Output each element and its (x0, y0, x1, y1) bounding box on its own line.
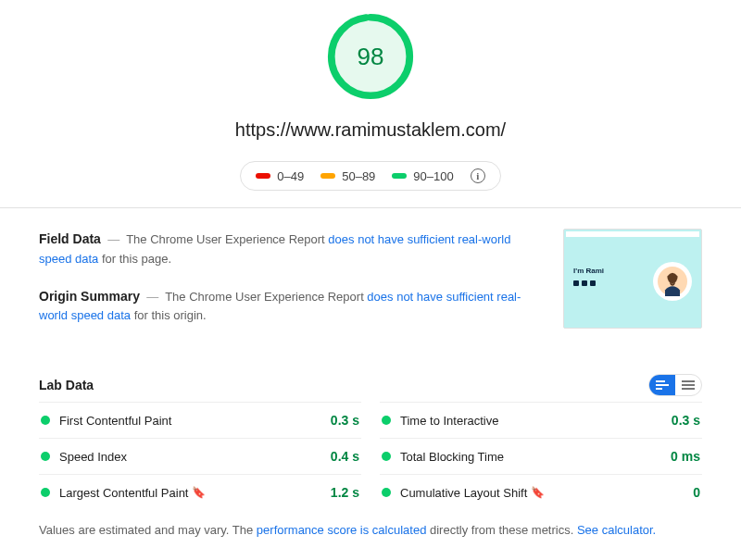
view-toggle[interactable] (648, 374, 702, 396)
svg-rect-9 (682, 388, 695, 390)
metric-row: Total Blocking Time0 ms (380, 438, 702, 474)
metric-row: Largest Contentful Paint🔖1.2 s (39, 474, 361, 510)
page-thumbnail: I'm Rami (563, 229, 702, 329)
legend-poor: 0–49 (256, 169, 304, 183)
metric-row: Cumulative Layout Shift🔖0 (380, 474, 702, 510)
status-dot-icon (382, 488, 391, 497)
status-dot-icon (41, 416, 50, 425)
metric-row: Speed Index0.4 s (39, 438, 361, 474)
status-dot-icon (41, 452, 50, 461)
field-data-label: Field Data (39, 231, 101, 246)
metric-value: 0.3 s (672, 413, 700, 428)
legend-needs-improvement: 50–89 (320, 169, 375, 183)
metric-value: 0 (693, 485, 700, 500)
metric-value: 0.4 s (331, 449, 359, 464)
view-toggle-expanded[interactable] (649, 375, 675, 395)
svg-rect-4 (656, 380, 665, 382)
field-data-section: Field Data — The Chrome User Experience … (39, 229, 545, 269)
metric-name: Total Blocking Time (400, 450, 661, 464)
status-dot-icon (382, 452, 391, 461)
page-url: https://www.ramimustaklem.com/ (0, 119, 741, 141)
svg-rect-5 (656, 384, 669, 386)
legend-good: 90–100 (392, 169, 453, 183)
status-dot-icon (41, 488, 50, 497)
metric-value: 1.2 s (331, 485, 359, 500)
metrics-col-right: Time to Interactive0.3 sTotal Blocking T… (380, 402, 702, 510)
metric-name: Largest Contentful Paint🔖 (59, 486, 321, 500)
score-legend: 0–49 50–89 90–100 i (240, 161, 500, 191)
metric-row: First Contentful Paint0.3 s (39, 402, 361, 438)
score-value: 98 (326, 12, 415, 101)
lab-footnote: Values are estimated and may vary. The p… (0, 521, 741, 553)
lab-data-label: Lab Data (39, 378, 94, 392)
svg-rect-6 (656, 388, 662, 390)
info-icon[interactable]: i (471, 168, 485, 183)
metric-value: 0.3 s (331, 413, 359, 428)
bookmark-icon: 🔖 (192, 486, 206, 499)
origin-summary-section: Origin Summary — The Chrome User Experie… (39, 286, 545, 327)
metric-name: Time to Interactive (400, 414, 662, 428)
view-toggle-compact[interactable] (675, 375, 701, 395)
origin-summary-label: Origin Summary (39, 289, 140, 304)
score-gauge: 98 (326, 12, 415, 101)
status-dot-icon (382, 416, 391, 425)
avatar-icon (653, 262, 692, 301)
score-header: 98 https://www.ramimustaklem.com/ 0–49 5… (0, 0, 741, 208)
svg-rect-8 (682, 384, 695, 386)
metric-name: Cumulative Layout Shift🔖 (400, 486, 684, 500)
metrics-col-left: First Contentful Paint0.3 sSpeed Index0.… (39, 402, 361, 510)
metric-name: First Contentful Paint (59, 414, 321, 428)
bookmark-icon: 🔖 (531, 486, 545, 499)
metric-row: Time to Interactive0.3 s (380, 402, 702, 438)
see-calculator-link[interactable]: See calculator. (577, 523, 656, 537)
metric-value: 0 ms (671, 449, 700, 464)
calc-link[interactable]: performance score is calculated (257, 523, 427, 537)
metric-name: Speed Index (59, 450, 321, 464)
svg-rect-7 (682, 380, 695, 382)
